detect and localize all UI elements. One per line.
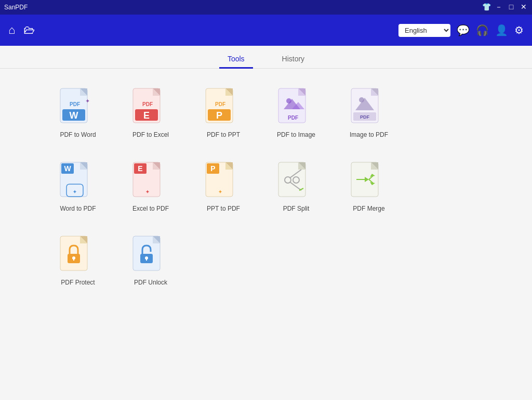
folder-icon[interactable]: 🗁 (23, 23, 35, 37)
svg-text:W: W (70, 110, 78, 121)
toolbar-left: ⌂ 🗁 (8, 23, 35, 37)
tab-tools[interactable]: Tools (219, 50, 253, 69)
tool-pdf-to-image[interactable]: PDF PDF to Image (260, 79, 332, 143)
tools-row-3: PDF Protect PDF Unlock (42, 227, 490, 290)
tab-bar: Tools History (0, 46, 532, 69)
language-selector[interactable]: English Chinese Japanese French German (398, 24, 450, 37)
pdf-to-image-label: PDF to Image (277, 131, 315, 138)
titlebar: SanPDF 👕 － □ ✕ (0, 0, 532, 15)
user-icon[interactable]: 👤 (495, 24, 508, 36)
tool-word-to-pdf[interactable]: W ✦ Word to PDF (42, 153, 114, 216)
excel-to-pdf-icon: E ✦ (132, 161, 169, 205)
toolbar: ⌂ 🗁 English Chinese Japanese French Germ… (0, 15, 532, 46)
headphone-icon[interactable]: 🎧 (476, 24, 489, 36)
svg-text:E: E (143, 110, 150, 121)
word-to-pdf-label: Word to PDF (60, 205, 96, 212)
pdf-to-image-icon: PDF (277, 87, 315, 131)
pdf-to-word-label: PDF to Word (60, 131, 96, 138)
app-title: SanPDF (4, 4, 28, 11)
main-content: W ✦ PDF PDF to Word E PDF PDF to Excel (0, 69, 532, 400)
pdf-protect-icon (59, 235, 97, 279)
svg-text:P: P (210, 164, 215, 173)
pdf-to-excel-label: PDF to Excel (132, 131, 169, 138)
svg-text:✦: ✦ (73, 189, 77, 195)
image-to-pdf-label: Image to PDF (350, 131, 388, 138)
svg-text:W: W (64, 164, 71, 173)
pdf-merge-icon (350, 161, 388, 205)
image-to-pdf-icon: PDF (350, 87, 388, 131)
tool-excel-to-pdf[interactable]: E ✦ Excel to PDF (114, 153, 187, 216)
pdf-unlock-icon (132, 235, 169, 279)
tools-row-1: W ✦ PDF PDF to Word E PDF PDF to Excel (42, 79, 490, 143)
tool-pdf-protect[interactable]: PDF Protect (42, 227, 114, 290)
svg-text:PDF: PDF (215, 101, 225, 107)
pdf-to-word-icon: W ✦ PDF (59, 87, 97, 131)
tool-pdf-split[interactable]: PDF Split (260, 153, 332, 216)
pdf-merge-label: PDF Merge (353, 205, 384, 212)
window-controls: 👕 － □ ✕ (482, 3, 528, 12)
pdf-protect-label: PDF Protect (61, 279, 95, 286)
pdf-split-label: PDF Split (283, 205, 310, 212)
tool-pdf-to-excel[interactable]: E PDF PDF to Excel (114, 79, 187, 143)
svg-text:✦: ✦ (85, 98, 90, 104)
pdf-unlock-label: PDF Unlock (134, 279, 167, 286)
tool-pdf-merge[interactable]: PDF Merge (332, 153, 405, 216)
toolbar-right: English Chinese Japanese French German 💬… (398, 24, 524, 37)
maximize-button[interactable]: □ (507, 3, 515, 12)
svg-text:PDF: PDF (142, 101, 153, 107)
svg-text:PDF: PDF (70, 101, 80, 107)
pdf-to-excel-icon: E PDF (132, 87, 169, 131)
tools-row-2: W ✦ Word to PDF E ✦ Excel to PDF (42, 153, 490, 216)
ppt-to-pdf-icon: P ✦ (205, 161, 242, 205)
minimize-button[interactable]: － (495, 3, 503, 12)
ppt-to-pdf-label: PPT to PDF (207, 205, 240, 212)
tool-pdf-unlock[interactable]: PDF Unlock (114, 227, 187, 290)
tool-ppt-to-pdf[interactable]: P ✦ PPT to PDF (187, 153, 260, 216)
tool-pdf-to-word[interactable]: W ✦ PDF PDF to Word (42, 79, 114, 143)
svg-rect-79 (146, 258, 147, 261)
svg-text:PDF: PDF (288, 115, 298, 121)
svg-text:PDF: PDF (360, 114, 370, 120)
home-icon[interactable]: ⌂ (8, 23, 15, 37)
svg-text:✦: ✦ (218, 189, 222, 195)
pdf-to-ppt-icon: P PDF (205, 87, 242, 131)
tool-pdf-to-ppt[interactable]: P PDF PDF to PPT (187, 79, 260, 143)
word-to-pdf-icon: W ✦ (59, 161, 97, 205)
pdf-to-ppt-label: PDF to PPT (207, 131, 240, 138)
pdf-split-icon (277, 161, 315, 205)
svg-rect-73 (73, 258, 74, 261)
tab-history[interactable]: History (274, 50, 313, 69)
tool-image-to-pdf[interactable]: PDF Image to PDF (332, 79, 405, 143)
svg-text:E: E (138, 164, 142, 173)
svg-text:✦: ✦ (145, 189, 150, 195)
chat-icon[interactable]: 💬 (457, 24, 470, 36)
settings-icon[interactable]: ⚙ (514, 24, 524, 36)
excel-to-pdf-label: Excel to PDF (132, 205, 169, 212)
svg-text:P: P (216, 110, 222, 121)
shirt-icon: 👕 (482, 3, 490, 12)
close-button[interactable]: ✕ (520, 3, 528, 12)
